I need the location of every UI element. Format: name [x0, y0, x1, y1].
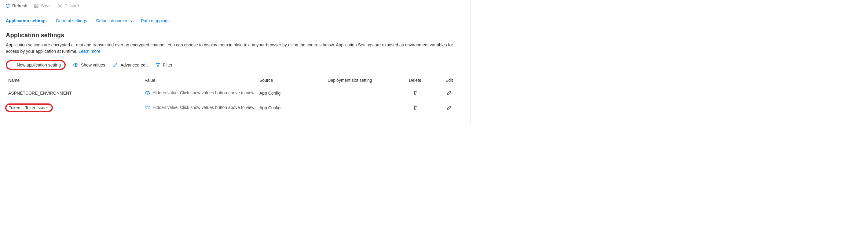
configuration-panel: Refresh Save Discard Application setting…	[0, 0, 470, 125]
section-heading: Application settings	[6, 32, 465, 39]
setting-source-cell: App Config	[257, 86, 325, 100]
tab-general-settings[interactable]: General settings	[56, 16, 87, 26]
filter-label: Filter	[163, 63, 172, 67]
setting-name-cell[interactable]: Token__TokenIssuer	[6, 100, 143, 116]
section-content: Application settings Application setting…	[0, 26, 470, 116]
table-row: ASPNETCORE_ENVIRONMENT Hidden value. Cli…	[6, 86, 465, 100]
header-source[interactable]: Source	[257, 75, 325, 86]
setting-delete-cell	[397, 100, 434, 116]
delete-button[interactable]	[412, 90, 418, 96]
delete-button[interactable]	[412, 105, 418, 111]
save-button[interactable]: Save	[33, 3, 51, 9]
description-text: Application settings are encrypted at re…	[6, 42, 453, 54]
settings-table: Name Value Source Deployment slot settin…	[6, 75, 465, 116]
tab-strip: Application settings General settings De…	[0, 12, 470, 26]
svg-point-2	[147, 92, 148, 93]
header-slot[interactable]: Deployment slot setting	[325, 75, 396, 86]
setting-edit-cell	[434, 86, 465, 100]
filter-button[interactable]: Filter	[155, 61, 173, 69]
eye-icon	[145, 105, 150, 109]
edit-button[interactable]	[446, 105, 452, 111]
svg-point-1	[75, 64, 76, 66]
filter-icon	[156, 63, 160, 67]
setting-name: ASPNETCORE_ENVIRONMENT	[8, 91, 72, 96]
edit-button[interactable]	[446, 90, 452, 96]
show-values-button[interactable]: Show values	[72, 61, 106, 69]
show-values-label: Show values	[81, 63, 105, 67]
new-setting-label: New application setting	[17, 63, 61, 67]
trash-icon	[413, 105, 417, 110]
refresh-label: Refresh	[12, 3, 27, 8]
highlight-token-issuer: Token__TokenIssuer	[5, 103, 53, 112]
header-value[interactable]: Value	[143, 75, 257, 86]
discard-icon	[57, 3, 62, 8]
pencil-icon	[447, 90, 452, 95]
new-application-setting-button[interactable]: New application setting	[9, 63, 61, 67]
highlight-new-setting: New application setting	[6, 60, 66, 70]
refresh-button[interactable]: Refresh	[5, 3, 28, 9]
tab-path-mappings[interactable]: Path mappings	[141, 16, 169, 26]
command-bar: Refresh Save Discard	[0, 0, 470, 12]
setting-source-cell: App Config	[257, 100, 325, 116]
save-label: Save	[41, 3, 51, 8]
plus-icon	[9, 63, 14, 67]
header-name[interactable]: Name	[6, 75, 143, 86]
eye-icon	[73, 63, 79, 67]
section-description: Application settings are encrypted at re…	[6, 42, 465, 55]
tab-default-documents[interactable]: Default documents	[96, 16, 132, 26]
setting-slot-cell	[325, 86, 396, 100]
setting-name: Token__TokenIssuer	[9, 105, 48, 110]
setting-value-cell: Hidden value. Click show values button a…	[143, 86, 257, 100]
advanced-edit-label: Advanced edit	[120, 63, 148, 67]
save-icon	[34, 3, 39, 8]
pencil-icon	[113, 63, 118, 67]
header-edit: Edit	[434, 75, 465, 86]
learn-more-link[interactable]: Learn more	[79, 49, 100, 54]
table-row: Token__TokenIssuer Hidden value. Click s…	[6, 100, 465, 116]
tab-application-settings[interactable]: Application settings	[6, 16, 47, 26]
hidden-value-text: Hidden value. Click show values button a…	[153, 105, 254, 110]
refresh-icon	[5, 3, 10, 8]
hidden-value[interactable]: Hidden value. Click show values button a…	[145, 105, 254, 110]
setting-edit-cell	[434, 100, 465, 116]
hidden-value-text: Hidden value. Click show values button a…	[153, 90, 254, 95]
setting-value-cell: Hidden value. Click show values button a…	[143, 100, 257, 116]
setting-name-cell[interactable]: ASPNETCORE_ENVIRONMENT	[6, 86, 143, 100]
hidden-value[interactable]: Hidden value. Click show values button a…	[145, 90, 254, 95]
setting-slot-cell	[325, 100, 396, 116]
settings-actions: New application setting Show values	[6, 60, 465, 70]
discard-button[interactable]: Discard	[57, 3, 80, 9]
svg-rect-0	[34, 4, 38, 8]
discard-label: Discard	[64, 3, 79, 8]
table-header-row: Name Value Source Deployment slot settin…	[6, 75, 465, 86]
eye-icon	[145, 91, 150, 95]
advanced-edit-button[interactable]: Advanced edit	[113, 61, 148, 69]
setting-delete-cell	[397, 86, 434, 100]
header-delete: Delete	[397, 75, 434, 86]
pencil-icon	[447, 105, 452, 110]
trash-icon	[413, 90, 417, 95]
svg-point-3	[147, 107, 148, 108]
